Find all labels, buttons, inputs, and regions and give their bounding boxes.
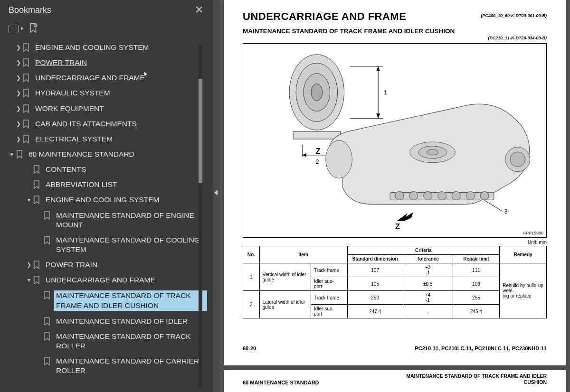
bookmark-icon bbox=[33, 195, 43, 204]
bookmark-label: ELECTRICAL SYSTEM bbox=[32, 134, 207, 144]
chevron-right-icon[interactable]: ❯ bbox=[14, 43, 23, 52]
options-icon[interactable] bbox=[9, 25, 19, 33]
chevron-down-icon[interactable]: ▾ bbox=[25, 275, 33, 284]
bookmarks-tree[interactable]: ❯ENGINE AND COOLING SYSTEM❯POWER TRAIN❯U… bbox=[0, 40, 213, 392]
bookmark-label: CAB AND ITS ATTACHMENTS bbox=[32, 119, 207, 129]
bookmark-icon bbox=[33, 180, 43, 189]
svg-point-32 bbox=[480, 191, 489, 200]
bookmark-icon bbox=[44, 290, 53, 299]
bookmark-label: ENGINE AND COOLING SYSTEM bbox=[43, 195, 207, 205]
scrollbar-thumb[interactable] bbox=[199, 79, 202, 183]
bookmark-item[interactable]: ❯MAINTENANCE STANDARD OF CARRIER ROLLER bbox=[1, 354, 210, 378]
bookmark-icon bbox=[16, 149, 26, 159]
bookmark-item[interactable]: ❯ABBREVIATION LIST bbox=[1, 177, 210, 192]
svg-point-22 bbox=[326, 140, 352, 178]
th-criteria: Criteria bbox=[347, 246, 500, 255]
page-footer: 60-20 PC210-11, PC210LC-11, PC210NLC-11,… bbox=[243, 345, 547, 351]
bookmark-label: HYDRAULIC SYSTEM bbox=[32, 88, 207, 98]
bookmark-label: MAINTENANCE STANDARD OF IDLER bbox=[53, 317, 207, 326]
bookmark-item[interactable]: ❯MAINTENANCE STANDARD OF IDLER bbox=[1, 314, 210, 329]
th-repair: Repair limit bbox=[453, 255, 500, 263]
svg-point-24 bbox=[510, 152, 525, 167]
bookmark-item[interactable]: ❯ELECTRICAL SYSTEM bbox=[1, 131, 210, 147]
chevron-left-icon bbox=[214, 190, 218, 196]
chevron-right-icon[interactable]: ❯ bbox=[14, 88, 23, 97]
bookmark-icon bbox=[23, 134, 32, 143]
bookmark-item[interactable]: ❯MAINTENANCE STANDARD OF TRACK ROLLER bbox=[1, 329, 210, 354]
bookmark-icon bbox=[23, 43, 32, 52]
close-icon[interactable]: ✕ bbox=[192, 3, 206, 17]
bookmark-label: MAINTENANCE STANDARD OF ENGINE MOUNT bbox=[53, 211, 207, 230]
svg-point-0 bbox=[34, 24, 37, 27]
bookmarks-header: Bookmarks ✕ bbox=[0, 0, 213, 21]
p2-title: MAINTENANCE STANDARD OF TRACK FRAME AND … bbox=[399, 373, 547, 385]
svg-marker-35 bbox=[397, 212, 413, 221]
figure-illustration: 1 Z 2 bbox=[243, 44, 546, 237]
page-2: 60 MAINTENANCE STANDARD MAINTENANCE STAN… bbox=[224, 370, 566, 392]
collapse-handle[interactable] bbox=[213, 0, 219, 392]
bookmark-item[interactable]: ❯UNDERCARRIAGE AND FRAME bbox=[1, 70, 210, 85]
chevron-down-icon[interactable]: ▾ bbox=[8, 149, 16, 159]
th-tol: Tolerance bbox=[403, 255, 453, 263]
find-bookmark-icon[interactable] bbox=[28, 23, 38, 35]
svg-point-31 bbox=[466, 191, 475, 200]
bookmark-item[interactable]: ❯MAINTENANCE STANDARD OF COOLING SYSTEM bbox=[1, 233, 210, 257]
svg-point-29 bbox=[438, 191, 446, 200]
bookmark-item[interactable]: ❯ENGINE AND COOLING SYSTEM bbox=[1, 40, 210, 55]
bookmark-icon bbox=[33, 165, 43, 174]
svg-text:Z: Z bbox=[316, 147, 321, 155]
bookmark-label: MAINTENANCE STANDARD OF TRACK FRAME AND … bbox=[54, 290, 207, 310]
bookmark-icon bbox=[23, 73, 32, 82]
bookmark-item[interactable]: ❯MAINTENANCE STANDARD OF ENGINE MOUNT bbox=[1, 208, 210, 233]
spec-table: No. Item Criteria Remedy Standard dimens… bbox=[243, 246, 547, 318]
sidebar-scrollbar[interactable] bbox=[199, 46, 202, 387]
bookmark-item[interactable]: ❯CAB AND ITS ATTACHMENTS bbox=[1, 116, 210, 131]
svg-point-26 bbox=[395, 191, 404, 200]
svg-marker-10 bbox=[376, 113, 380, 118]
bookmark-label: 60 MAINTENANCE STANDARD bbox=[26, 149, 207, 159]
bookmark-item[interactable]: ❯HYDRAULIC SYSTEM bbox=[1, 85, 210, 101]
bookmark-icon bbox=[33, 275, 43, 284]
svg-point-4 bbox=[311, 84, 323, 101]
bookmark-item[interactable]: ❯CONTENTS bbox=[1, 162, 210, 177]
bookmarks-panel: Bookmarks ✕ ❯ENGINE AND COOLING SYSTEM❯P… bbox=[0, 0, 213, 392]
bookmarks-toolbar bbox=[0, 21, 213, 40]
doc-code-top: (PC400_10_60-K-DT00-001-00-B) bbox=[481, 13, 547, 18]
bookmark-icon bbox=[23, 88, 32, 97]
chevron-down-icon[interactable]: ▾ bbox=[25, 195, 33, 204]
bookmark-item[interactable]: ▾UNDERCARRIAGE AND FRAME bbox=[1, 272, 210, 288]
bookmark-icon bbox=[44, 356, 53, 365]
svg-marker-16 bbox=[303, 153, 306, 157]
bookmark-item[interactable]: ▾60 MAINTENANCE STANDARD bbox=[1, 147, 210, 162]
svg-point-21 bbox=[427, 149, 438, 155]
bookmark-label: ENGINE AND COOLING SYSTEM bbox=[32, 43, 207, 52]
bookmark-item[interactable]: ❯MAINTENANCE STANDARD OF TRACK FRAME AND… bbox=[1, 288, 210, 313]
footer-models: PC210-11, PC210LC-11, PC210NLC-11, PC230… bbox=[415, 345, 547, 351]
bookmark-item[interactable]: ❯POWER TRAIN bbox=[1, 257, 210, 272]
svg-text:1: 1 bbox=[384, 89, 387, 96]
bookmark-label: UNDERCARRIAGE AND FRAME bbox=[43, 275, 207, 285]
chevron-right-icon[interactable]: ❯ bbox=[14, 104, 23, 113]
bookmark-label: MAINTENANCE STANDARD OF TRACK ROLLER bbox=[53, 332, 207, 351]
bookmark-label: POWER TRAIN bbox=[32, 58, 207, 67]
figure-id: APP15980 bbox=[523, 231, 543, 235]
bookmark-icon bbox=[44, 235, 53, 244]
bookmark-item[interactable]: ❯WORK EQUIPMENT bbox=[1, 101, 210, 116]
th-remedy: Remedy bbox=[500, 246, 547, 263]
chevron-right-icon[interactable]: ❯ bbox=[14, 134, 23, 143]
chevron-right-icon[interactable]: ❯ bbox=[25, 260, 33, 269]
bookmark-label: WORK EQUIPMENT bbox=[32, 104, 207, 113]
document-viewport[interactable]: UNDERCARRIAGE AND FRAME (PC400_10_60-K-D… bbox=[219, 0, 570, 392]
bookmark-item[interactable]: ❯POWER TRAIN bbox=[1, 55, 210, 70]
chevron-right-icon[interactable]: ❯ bbox=[14, 119, 23, 128]
chevron-right-icon[interactable]: ❯ bbox=[14, 73, 23, 82]
th-no: No. bbox=[243, 246, 260, 263]
svg-rect-5 bbox=[293, 131, 341, 139]
bookmark-label: CONTENTS bbox=[43, 165, 207, 174]
chevron-right-icon[interactable]: ❯ bbox=[14, 58, 23, 67]
p2-section: 60 MAINTENANCE STANDARD bbox=[243, 373, 319, 385]
th-item: Item bbox=[259, 246, 347, 263]
bookmark-icon bbox=[33, 260, 43, 269]
figure-box: 1 Z 2 bbox=[243, 43, 547, 238]
bookmark-item[interactable]: ▾ENGINE AND COOLING SYSTEM bbox=[1, 192, 210, 207]
